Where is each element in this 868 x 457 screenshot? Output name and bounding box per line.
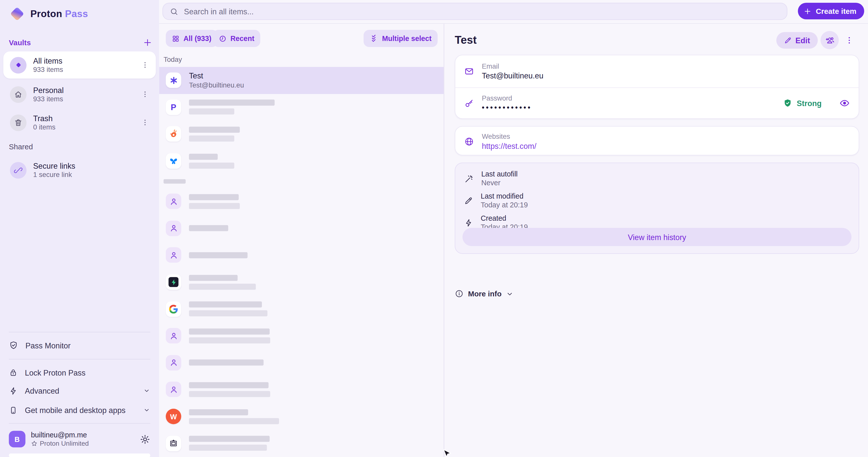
sidebar-item-get-mobile-and-desktop-apps[interactable]: Get mobile and desktop apps bbox=[3, 403, 156, 418]
email-value: Test@builtineu.eu bbox=[482, 71, 543, 81]
search-input[interactable] bbox=[183, 6, 780, 16]
email-row[interactable]: Email Test@builtineu.eu bbox=[455, 55, 859, 87]
list-item[interactable] bbox=[159, 349, 444, 376]
list-item[interactable] bbox=[159, 376, 444, 403]
chevron-down-icon bbox=[506, 290, 514, 297]
redacted-bar bbox=[189, 109, 234, 115]
redacted-bar bbox=[189, 382, 269, 388]
eye-icon[interactable] bbox=[839, 98, 850, 108]
link-icon bbox=[14, 166, 23, 174]
vault-options-icon[interactable] bbox=[138, 59, 151, 72]
filter-recent-chip[interactable]: Recent bbox=[213, 30, 260, 47]
edit-button[interactable]: Edit bbox=[776, 32, 818, 49]
proton-pass-logo: Proton Pass bbox=[8, 5, 88, 23]
websites-label: Websites bbox=[482, 132, 536, 141]
password-masked-value: •••••••••••• bbox=[482, 103, 775, 113]
list-item[interactable] bbox=[159, 215, 444, 242]
search-bar[interactable] bbox=[162, 3, 787, 20]
redacted-bar bbox=[189, 225, 228, 231]
pencil-icon bbox=[784, 36, 792, 44]
vault-name: Trash bbox=[33, 114, 132, 123]
vault-count: 933 items bbox=[33, 95, 132, 103]
settings-gear-icon[interactable] bbox=[140, 434, 150, 445]
redacted-bar bbox=[189, 153, 217, 160]
key-icon bbox=[464, 98, 474, 108]
bolt-icon bbox=[9, 387, 18, 395]
vault-count: 933 items bbox=[33, 66, 132, 74]
password-row[interactable]: Password •••••••••••• Strong bbox=[455, 87, 859, 119]
list-item-test[interactable]: TestTest@builtineu.eu bbox=[159, 67, 444, 94]
vault-name: Personal bbox=[33, 85, 132, 95]
account-plan: Proton Unlimited bbox=[40, 440, 89, 448]
vault-options-icon[interactable] bbox=[138, 88, 151, 101]
list-item[interactable] bbox=[159, 296, 444, 322]
envelope-icon bbox=[464, 66, 474, 77]
more-info-toggle[interactable]: More info bbox=[455, 289, 514, 298]
google-icon bbox=[166, 301, 181, 317]
item-title: Test bbox=[189, 71, 443, 81]
list-item[interactable]: P bbox=[159, 94, 444, 121]
add-vault-icon[interactable] bbox=[143, 38, 153, 48]
sidebar-item-label: Pass Monitor bbox=[25, 341, 150, 350]
search-icon bbox=[169, 7, 178, 16]
vault-name: Secure links bbox=[33, 161, 151, 170]
frame-icon bbox=[166, 436, 181, 451]
meta-label: Last autofill bbox=[481, 170, 518, 178]
sidebar-item-advanced[interactable]: Advanced bbox=[3, 383, 156, 398]
sidebar-vault-all-items[interactable]: All items933 items bbox=[3, 52, 156, 79]
vault-count: 1 secure link bbox=[33, 171, 151, 179]
list-item[interactable]: W bbox=[159, 403, 444, 430]
item-list-panel: All (933) Recent Multiple select Today T… bbox=[159, 24, 444, 457]
sidebar: Proton Pass Vaults All items933 itemsPer… bbox=[0, 0, 159, 457]
share-button[interactable] bbox=[820, 31, 839, 49]
sidebar-item-label: Get mobile and desktop apps bbox=[25, 406, 136, 415]
person-icon bbox=[166, 328, 181, 344]
avatar: B bbox=[9, 431, 25, 448]
more-options-icon[interactable] bbox=[844, 35, 855, 46]
list-item[interactable] bbox=[159, 121, 444, 148]
chevron-down-icon bbox=[143, 406, 150, 414]
butterfly-icon bbox=[166, 153, 181, 169]
multi-select-icon bbox=[370, 34, 378, 42]
list-item[interactable] bbox=[159, 322, 444, 349]
grid-icon bbox=[172, 35, 180, 42]
list-item[interactable] bbox=[159, 242, 444, 269]
filter-all-chip[interactable]: All (933) bbox=[166, 30, 217, 47]
multiple-select-button[interactable]: Multiple select bbox=[364, 30, 438, 47]
meta-value: Never bbox=[481, 179, 518, 188]
meta-row-last-autofill: Last autofillNever bbox=[455, 168, 859, 190]
website-row[interactable]: Websites https://test.com/ bbox=[455, 127, 859, 156]
item-detail-panel: Test Edit Email Test@builtineu.eu bbox=[445, 24, 868, 457]
divider bbox=[9, 359, 150, 360]
sidebar-vault-personal[interactable]: Personal933 items bbox=[3, 81, 156, 108]
login-details-card: Email Test@builtineu.eu Password •••••••… bbox=[455, 55, 859, 119]
sidebar-shared-secure-links[interactable]: Secure links1 secure link bbox=[3, 156, 156, 184]
sidebar-item-pass-monitor[interactable]: Pass Monitor bbox=[3, 338, 156, 353]
chevron-down-icon bbox=[143, 387, 150, 394]
redacted-bar bbox=[189, 252, 247, 258]
website-link[interactable]: https://test.com/ bbox=[482, 141, 536, 151]
clock-icon bbox=[219, 35, 226, 42]
vault-options-icon[interactable] bbox=[138, 116, 151, 129]
shield-check-icon bbox=[9, 341, 18, 350]
create-item-button[interactable]: Create item bbox=[798, 3, 864, 19]
share-users-icon bbox=[825, 35, 835, 45]
metadata-card: Last autofillNeverLast modifiedToday at … bbox=[455, 163, 859, 254]
view-item-history-button[interactable]: View item history bbox=[462, 228, 851, 246]
item-title: Test bbox=[455, 34, 477, 47]
meta-label: Last modified bbox=[481, 192, 528, 201]
topbar: Create item bbox=[159, 0, 868, 24]
meta-row-last-modified: Last modifiedToday at 20:19 bbox=[455, 190, 859, 212]
list-item[interactable] bbox=[159, 430, 444, 457]
phone-icon bbox=[9, 406, 18, 415]
shared-section-label: Shared bbox=[9, 143, 33, 151]
sidebar-item-lock-proton-pass[interactable]: Lock Proton Pass bbox=[3, 365, 156, 380]
metadata-rows: Last autofillNeverLast modifiedToday at … bbox=[455, 163, 859, 234]
account-row[interactable]: B builtineu@pm.me Proton Unlimited bbox=[3, 429, 156, 450]
list-item[interactable] bbox=[159, 269, 444, 296]
meta-label: Created bbox=[481, 214, 528, 223]
sidebar-vault-trash[interactable]: Trash0 items bbox=[3, 109, 156, 136]
list-item[interactable] bbox=[159, 188, 444, 215]
redacted-bar bbox=[189, 328, 270, 334]
list-item[interactable] bbox=[159, 148, 444, 174]
